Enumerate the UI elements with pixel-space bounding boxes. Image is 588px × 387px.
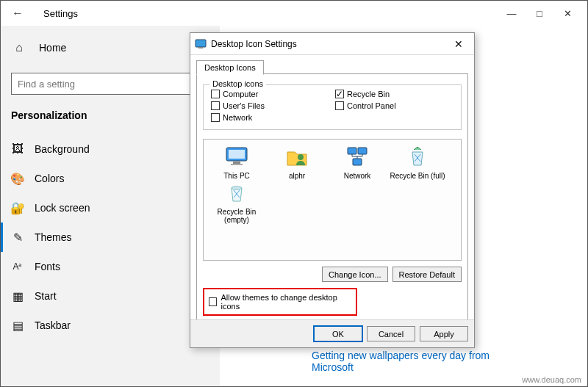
nav-label: Start: [35, 290, 57, 302]
nav-label: Colors: [35, 173, 64, 184]
checkbox-label: Computer: [223, 90, 258, 98]
svg-point-6: [298, 154, 304, 160]
nav-label: Background: [35, 143, 90, 155]
svg-rect-5: [231, 164, 243, 165]
checkbox-icon: [211, 113, 220, 122]
computer-icon: [207, 144, 267, 170]
recycle-bin-full-icon: [387, 144, 448, 170]
nav-home[interactable]: ⌂ Home: [1, 33, 220, 62]
svg-rect-4: [233, 162, 240, 164]
icon-user-folder[interactable]: alphr: [267, 144, 327, 180]
font-icon: Aᵃ: [11, 260, 24, 273]
wallpaper-link[interactable]: Getting new wallpapers every day from Mi…: [312, 350, 495, 373]
svg-rect-8: [358, 148, 367, 154]
nav-label: Taskbar: [35, 319, 71, 331]
nav-taskbar[interactable]: ▤ Taskbar: [1, 311, 220, 340]
icon-label: Network: [327, 172, 387, 180]
checkbox-label: Network: [223, 113, 252, 122]
dialog-title: Desktop Icon Settings: [211, 39, 448, 49]
checkbox-label: User's Files: [223, 101, 265, 110]
maximize-button[interactable]: □: [526, 2, 553, 24]
svg-rect-7: [348, 148, 356, 154]
icon-this-pc[interactable]: This PC: [207, 144, 267, 180]
checkbox-icon[interactable]: [209, 297, 217, 306]
desktop-icon-settings-dialog: Desktop Icon Settings ✕ Desktop Icons De…: [190, 32, 475, 348]
window-title: Settings: [43, 8, 78, 19]
checkbox-icon: [211, 101, 220, 110]
nav-themes[interactable]: ✎ Themes: [1, 223, 220, 252]
palette-icon: 🎨: [11, 172, 24, 185]
image-icon: 🖼: [11, 142, 24, 156]
allow-themes-label[interactable]: Allow themes to change desktop icons: [220, 293, 351, 311]
dialog-close-button[interactable]: ✕: [448, 38, 470, 50]
svg-point-10: [232, 187, 242, 189]
restore-default-button[interactable]: Restore Default: [392, 267, 462, 282]
search-input[interactable]: [11, 73, 209, 95]
nav-home-label: Home: [39, 42, 66, 54]
nav-colors[interactable]: 🎨 Colors: [1, 164, 220, 193]
checkbox-label: Recycle Bin: [347, 90, 390, 98]
tab-desktop-icons[interactable]: Desktop Icons: [196, 60, 264, 75]
watermark: www.deuaq.com: [522, 375, 581, 384]
ok-button[interactable]: OK: [314, 326, 362, 341]
lock-icon: 🔐: [11, 201, 24, 214]
checkbox-icon: [335, 101, 344, 110]
allow-themes-highlight: Allow themes to change desktop icons: [203, 288, 357, 316]
svg-rect-9: [353, 159, 362, 165]
svg-rect-1: [198, 47, 203, 48]
nav-label: Fonts: [35, 261, 60, 272]
checkbox-control-panel[interactable]: Control Panel: [335, 101, 453, 110]
dialog-footer: OK Cancel Apply: [190, 319, 474, 347]
tab-strip: Desktop Icons: [196, 57, 468, 74]
checkbox-label: Control Panel: [347, 101, 396, 110]
nav-label: Lock screen: [35, 202, 90, 214]
taskbar-icon: ▤: [11, 319, 24, 332]
icon-recycle-bin-empty[interactable]: Recycle Bin (empty): [207, 180, 267, 224]
nav-lock-screen[interactable]: 🔐 Lock screen: [1, 193, 220, 223]
sidebar: ⌂ Home Personalization 🖼 Background 🎨 Co…: [1, 26, 220, 386]
icon-label: alphr: [267, 172, 327, 180]
fieldset-label: Desktop icons: [209, 79, 266, 88]
icon-label: This PC: [207, 172, 267, 180]
checkbox-recycle-bin[interactable]: ✓ Recycle Bin: [335, 90, 453, 98]
svg-rect-0: [196, 40, 206, 47]
close-button[interactable]: ✕: [553, 2, 581, 24]
start-icon: ▦: [11, 289, 24, 303]
desktop-icons-fieldset: Desktop icons Computer ✓ Recycle Bin Use…: [203, 84, 462, 130]
desktop-icon: [195, 38, 207, 50]
dialog-title-bar: Desktop Icon Settings ✕: [190, 33, 474, 55]
icon-label: Recycle Bin (empty): [207, 208, 267, 224]
minimize-button[interactable]: —: [498, 2, 526, 24]
nav-label: Themes: [35, 231, 72, 243]
back-button[interactable]: ←: [7, 7, 29, 20]
icon-network[interactable]: Network: [327, 144, 387, 180]
icon-preview-panel[interactable]: This PC alphr Network: [203, 139, 462, 261]
apply-button[interactable]: Apply: [420, 326, 468, 341]
nav-start[interactable]: ▦ Start: [1, 281, 220, 311]
section-header: Personalization: [1, 109, 220, 134]
cancel-button[interactable]: Cancel: [367, 326, 415, 341]
checkbox-users-files[interactable]: User's Files: [211, 101, 329, 110]
svg-rect-3: [229, 150, 245, 159]
checkbox-computer[interactable]: Computer: [211, 90, 329, 98]
change-icon-button[interactable]: Change Icon...: [322, 267, 388, 282]
icon-recycle-bin-full[interactable]: Recycle Bin (full): [387, 144, 448, 180]
recycle-bin-empty-icon: [207, 180, 267, 206]
title-bar: ← Settings — □ ✕: [1, 1, 587, 26]
checkbox-network[interactable]: Network: [211, 113, 329, 122]
theme-icon: ✎: [11, 231, 24, 244]
nav-fonts[interactable]: Aᵃ Fonts: [1, 252, 220, 281]
icon-label: Recycle Bin (full): [387, 172, 448, 180]
home-icon: ⌂: [12, 41, 26, 54]
checkbox-icon: ✓: [335, 90, 344, 98]
nav-background[interactable]: 🖼 Background: [1, 134, 220, 164]
checkbox-icon: [211, 90, 220, 98]
folder-user-icon: [267, 144, 327, 170]
network-icon: [327, 144, 387, 170]
